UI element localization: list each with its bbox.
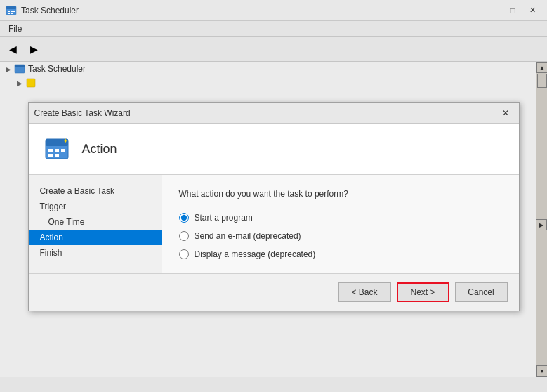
dialog-titlebar: Create Basic Task Wizard ✕ [29, 103, 519, 124]
dialog-header-icon: ✦ [40, 132, 74, 166]
svg-rect-5 [8, 13, 10, 14]
app-icon [6, 5, 17, 16]
back-button[interactable]: < Back [338, 282, 391, 302]
titlebar: Task Scheduler ─ □ ✕ [0, 0, 547, 21]
dialog-content: What action do you want the task to perf… [162, 175, 519, 273]
sidebar-item-action[interactable]: Action [29, 230, 162, 245]
sidebar-label-action: Action [40, 233, 63, 242]
svg-rect-12 [48, 149, 53, 152]
dialog-title: Create Basic Task Wizard [34, 108, 498, 118]
radio-group-action: Start a program Send an e-mail (deprecat… [179, 213, 502, 259]
sidebar-label-one-time: One Time [48, 217, 85, 227]
sidebar-item-trigger[interactable]: Trigger [29, 199, 162, 214]
next-button[interactable]: Next > [397, 282, 449, 302]
svg-rect-14 [61, 149, 65, 152]
dialog-header-title: Action [82, 142, 117, 157]
titlebar-controls: ─ □ ✕ [484, 4, 541, 18]
radio-start-program[interactable] [179, 213, 189, 223]
dialog-question: What action do you want the task to perf… [179, 189, 502, 199]
dialog-body: Create a Basic Task Trigger One Time Act… [29, 175, 519, 273]
svg-rect-1 [6, 6, 16, 9]
radio-send-email[interactable] [179, 231, 189, 241]
dialog-header: ✦ Action [29, 124, 519, 175]
radio-item-display-message[interactable]: Display a message (deprecated) [179, 249, 502, 259]
sidebar-item-create-basic-task[interactable]: Create a Basic Task [29, 183, 162, 199]
sidebar-label-trigger: Trigger [40, 202, 67, 211]
radio-label-send-email: Send an e-mail (deprecated) [195, 231, 301, 241]
minimize-button[interactable]: ─ [484, 4, 502, 18]
taskscheduler-window: Task Scheduler ─ □ ✕ File ◀ ▶ ▶ [0, 0, 547, 392]
radio-label-display-message: Display a message (deprecated) [195, 249, 316, 259]
radio-item-start-program[interactable]: Start a program [179, 213, 502, 223]
radio-label-start-program: Start a program [195, 213, 253, 223]
svg-rect-15 [48, 154, 53, 157]
radio-display-message[interactable] [179, 249, 189, 259]
dialog-footer: < Back Next > Cancel [29, 273, 519, 311]
maximize-button[interactable]: □ [503, 4, 522, 18]
create-basic-task-dialog: Create Basic Task Wizard ✕ ✦ [28, 102, 520, 311]
svg-rect-4 [13, 11, 15, 12]
app-title: Task Scheduler [21, 6, 484, 15]
sidebar-item-one-time[interactable]: One Time [29, 214, 162, 230]
sidebar-item-finish[interactable]: Finish [29, 245, 162, 261]
svg-rect-2 [8, 11, 10, 12]
svg-rect-3 [11, 11, 13, 12]
radio-item-send-email[interactable]: Send an e-mail (deprecated) [179, 231, 502, 241]
dialog-close-button[interactable]: ✕ [498, 106, 513, 120]
sidebar-label-create: Create a Basic Task [40, 186, 115, 196]
svg-rect-13 [55, 149, 59, 152]
svg-rect-16 [55, 154, 59, 157]
svg-text:✦: ✦ [62, 137, 68, 145]
cancel-button[interactable]: Cancel [455, 282, 508, 302]
app-close-button[interactable]: ✕ [523, 4, 541, 18]
dialog-overlay: Create Basic Task Wizard ✕ ✦ [0, 21, 547, 392]
svg-rect-6 [11, 13, 13, 14]
sidebar-label-finish: Finish [40, 248, 62, 258]
dialog-sidebar: Create a Basic Task Trigger One Time Act… [29, 175, 162, 273]
